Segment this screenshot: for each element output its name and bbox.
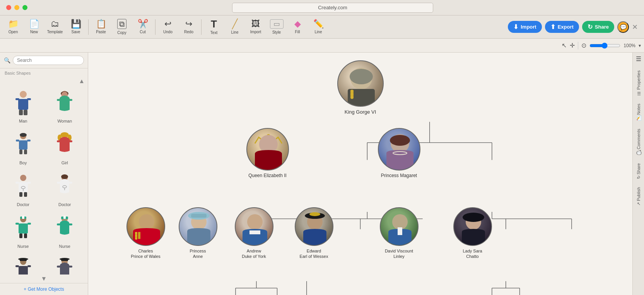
cut-button[interactable]: ✂️ Cut xyxy=(133,17,153,38)
url-bar[interactable]: Creately.com xyxy=(232,3,433,13)
node-charles[interactable]: Charles Prince of Wales xyxy=(126,207,165,259)
fill-label: Fill xyxy=(295,30,300,34)
charles-name: Charles Prince of Wales xyxy=(126,248,165,259)
select-tool-icon[interactable]: ↖ xyxy=(562,42,567,49)
search-input[interactable] xyxy=(13,56,84,65)
undo-button[interactable]: ↩ Undo xyxy=(158,17,178,38)
node-edward[interactable]: Edward Earl of Wessex xyxy=(295,207,333,259)
node-david[interactable]: David Viscount Linley xyxy=(380,207,419,259)
node-margaret[interactable]: Princess Magaret xyxy=(378,128,420,178)
shape-nurse-f[interactable]: Nurse xyxy=(45,211,85,252)
message-button[interactable]: 💬 xyxy=(617,21,629,33)
node-anne[interactable]: Princess Anne xyxy=(179,207,217,259)
svg-rect-2 xyxy=(15,98,19,100)
zoom-slider[interactable] xyxy=(589,43,620,49)
zoom-level: 100% xyxy=(624,43,635,48)
shape-doctor-f[interactable]: Doctor xyxy=(45,170,85,210)
svg-point-95 xyxy=(350,90,354,93)
svg-point-19 xyxy=(60,132,69,138)
zoom-target-icon[interactable]: ⊙ xyxy=(581,42,586,49)
import-button[interactable]: ⬇ Import xyxy=(508,21,542,33)
right-sidebar: ☰ Properties 📝 Notes 💬 Comments ↻ Share … xyxy=(632,53,644,295)
redo-button[interactable]: ↪ Redo xyxy=(179,17,199,38)
king-name: King Gorge VI xyxy=(337,109,384,115)
svg-rect-119 xyxy=(398,227,402,235)
shape-girl[interactable]: Girl xyxy=(45,128,85,168)
line2-button[interactable]: ✏️ Line xyxy=(308,17,328,38)
text-button[interactable]: T Text xyxy=(204,17,224,38)
share-icon: ↻ xyxy=(588,23,593,31)
svg-rect-42 xyxy=(15,223,19,225)
get-more-button[interactable]: + Get More Objects xyxy=(0,283,88,295)
save-button[interactable]: 💾 Save xyxy=(66,17,86,38)
svg-rect-17 xyxy=(24,150,27,154)
shape-man[interactable]: Man xyxy=(3,86,43,126)
node-queen[interactable]: Queen Elizabeth II xyxy=(246,128,289,178)
import-image-icon: 🖼 xyxy=(251,20,260,28)
svg-rect-27 xyxy=(27,182,31,184)
copy-icon: ⧉ xyxy=(117,19,126,29)
shape-grad-m[interactable]: Graduate xyxy=(3,253,43,275)
margaret-name: Princess Magaret xyxy=(378,173,420,178)
node-sara[interactable]: Lady Sara Chatto xyxy=(453,207,492,259)
nurse-f-label: Nurse xyxy=(59,244,70,249)
style-button[interactable]: ▭ Style xyxy=(266,17,287,38)
svg-rect-22 xyxy=(57,140,60,142)
close-button[interactable] xyxy=(6,5,11,10)
minimize-button[interactable] xyxy=(14,5,19,10)
export-button[interactable]: ⬆ Export xyxy=(545,21,579,33)
paste-icon: 📋 xyxy=(96,20,106,28)
import-image-label: Import xyxy=(250,30,261,34)
tab-properties[interactable]: ☰ Properties xyxy=(634,67,642,99)
pan-tool-icon[interactable]: ✛ xyxy=(570,42,575,49)
tab-notes[interactable]: 📝 Notes xyxy=(634,101,642,124)
shape-doctor-m[interactable]: Doctor xyxy=(3,170,43,210)
titlebar-center: Creately.com xyxy=(27,3,638,13)
svg-rect-55 xyxy=(15,265,19,267)
close-icon[interactable]: ✕ xyxy=(632,23,638,31)
tab-comments[interactable]: 💬 Comments xyxy=(634,126,642,159)
grad-m-figure xyxy=(12,256,35,275)
divider-3 xyxy=(201,19,202,35)
svg-rect-108 xyxy=(138,232,140,239)
line2-icon: ✏️ xyxy=(313,20,324,28)
doctor-f-label: Doctor xyxy=(58,202,71,207)
import-image-button[interactable]: 🖼 Import xyxy=(246,17,266,38)
shapes-grid: Man Woman xyxy=(0,85,88,275)
doctor-m-figure xyxy=(12,173,35,200)
line-label: Line xyxy=(231,30,239,34)
right-collapse-icon[interactable] xyxy=(635,56,642,63)
template-label: Template xyxy=(47,30,63,34)
new-button[interactable]: 📄 New xyxy=(24,17,44,38)
share-button[interactable]: ↻ Share xyxy=(582,21,614,33)
svg-rect-16 xyxy=(19,150,22,154)
svg-rect-10 xyxy=(69,99,72,101)
line-button[interactable]: ╱ Line xyxy=(225,17,245,38)
shape-grad-f[interactable]: Graduate xyxy=(45,253,85,275)
canvas-area[interactable]: King Gorge VI Queen Elizabeth II xyxy=(88,53,632,295)
search-box: 🔍 xyxy=(0,53,88,68)
tab-share[interactable]: ↻ Share xyxy=(634,160,642,182)
template-button[interactable]: 🗂 Template xyxy=(45,17,65,38)
paste-button[interactable]: 📋 Paste xyxy=(91,17,111,38)
open-button[interactable]: 📁 Open xyxy=(3,17,23,38)
node-king[interactable]: King Gorge VI xyxy=(337,60,384,115)
svg-rect-3 xyxy=(27,98,31,100)
main-layout: 🔍 Basic Shapes ▲ Man xyxy=(0,53,644,295)
svg-point-0 xyxy=(20,91,27,98)
woman-figure xyxy=(53,89,76,116)
shape-boy[interactable]: Boy xyxy=(3,128,43,168)
zoom-dropdown-icon[interactable]: ▾ xyxy=(639,43,641,48)
shape-woman[interactable]: Woman xyxy=(45,86,85,126)
node-andrew[interactable]: Andrew Duke of York xyxy=(235,207,273,259)
tab-publish[interactable]: ↗ Publish xyxy=(634,184,642,209)
fill-button[interactable]: ◆ Fill xyxy=(287,17,307,38)
scroll-down-icon[interactable]: ▼ xyxy=(41,275,47,282)
woman-label: Woman xyxy=(57,119,72,123)
scroll-up-icon[interactable]: ▲ xyxy=(79,78,85,85)
copy-button[interactable]: ⧉ Copy xyxy=(112,17,132,38)
maximize-button[interactable] xyxy=(22,5,27,10)
sara-name: Lady Sara Chatto xyxy=(453,248,492,259)
svg-point-106 xyxy=(135,235,137,237)
shape-nurse-m[interactable]: Nurse xyxy=(3,211,43,252)
